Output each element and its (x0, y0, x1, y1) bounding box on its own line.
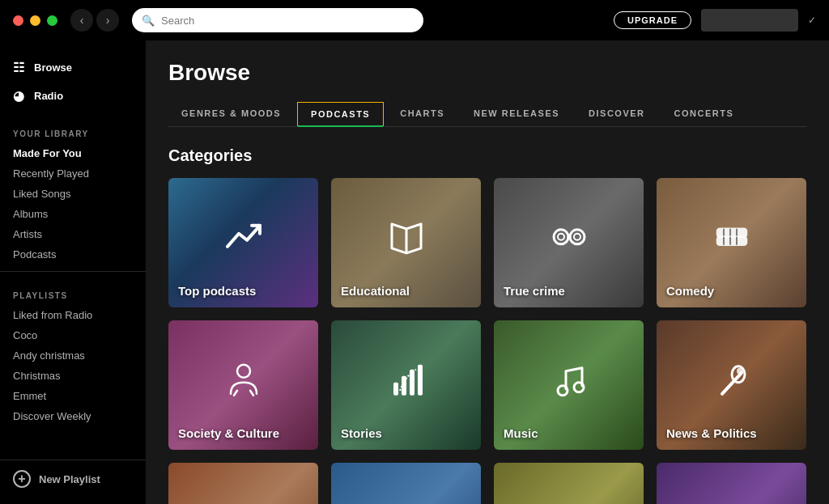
sidebar-item-albums[interactable]: Albums (0, 204, 146, 224)
category-label-news: News & Politics (666, 426, 757, 440)
category-bottom1[interactable] (168, 463, 318, 504)
tab-concerts[interactable]: CONCERTS (661, 102, 747, 126)
sidebar-item-discover-weekly[interactable]: Discover Weekly (0, 406, 146, 426)
tab-discover[interactable]: DISCOVER (576, 102, 657, 126)
stories-icon (387, 360, 426, 399)
category-bottom2[interactable] (331, 463, 481, 504)
title-bar-right: UPGRADE ✓ (614, 9, 816, 32)
category-top-podcasts[interactable]: Top podcasts (168, 178, 318, 307)
category-bottom3[interactable] (494, 463, 644, 504)
app-body: ☷ Browse ◕ Radio YOUR LIBRARY Made For Y… (0, 40, 829, 504)
sidebar-item-recently-played[interactable]: Recently Played (0, 163, 146, 184)
svg-point-4 (574, 234, 580, 240)
svg-rect-20 (418, 365, 423, 396)
svg-line-15 (234, 391, 237, 396)
sidebar: ☷ Browse ◕ Radio YOUR LIBRARY Made For Y… (0, 40, 146, 504)
sidebar-nav: ☷ Browse ◕ Radio (0, 40, 146, 116)
category-music[interactable]: Music (494, 320, 644, 450)
playlists-section-label: PLAYLISTS (0, 278, 146, 305)
category-label-society: Society & Culture (178, 426, 279, 440)
avatar (701, 9, 798, 32)
svg-point-1 (554, 230, 568, 244)
svg-point-14 (237, 365, 250, 378)
category-label-true-crime: True crime (504, 284, 565, 298)
category-stories[interactable]: Stories (331, 320, 481, 450)
sidebar-radio-label: Radio (34, 90, 63, 102)
category-label-comedy: Comedy (666, 284, 714, 298)
svg-rect-17 (393, 383, 398, 396)
sidebar-divider (0, 271, 146, 272)
tab-genres[interactable]: GENRES & MOODS (168, 102, 294, 126)
sidebar-item-coco[interactable]: Coco (0, 325, 146, 345)
radio-icon: ◕ (13, 88, 24, 104)
category-label-stories: Stories (341, 426, 382, 440)
library-section-label: YOUR LIBRARY (0, 116, 146, 143)
main-content: Browse GENRES & MOODS PODCASTS CHARTS NE… (146, 40, 829, 504)
window-controls (13, 15, 57, 26)
category-news[interactable]: News & Politics (657, 320, 806, 450)
maximize-button[interactable] (47, 15, 57, 26)
search-input[interactable] (161, 15, 414, 27)
svg-point-21 (558, 386, 568, 396)
svg-point-2 (570, 230, 585, 244)
handcuffs-icon (550, 218, 589, 256)
plus-icon: + (13, 470, 31, 488)
tab-new-releases[interactable]: NEW RELEASES (461, 102, 572, 126)
forward-button[interactable]: › (96, 9, 119, 32)
sidebar-item-liked-from-radio[interactable]: Liked from Radio (0, 305, 146, 325)
search-icon: 🔍 (142, 15, 155, 27)
bust-icon (224, 360, 263, 399)
minimize-button[interactable] (30, 15, 40, 26)
sidebar-item-podcasts[interactable]: Podcasts (0, 244, 146, 265)
category-label-music: Music (504, 426, 538, 440)
new-playlist-button[interactable]: + New Playlist (0, 460, 146, 498)
sidebar-item-christmas[interactable]: Christmas (0, 366, 146, 386)
categories-title: Categories (168, 146, 806, 165)
browse-icon: ☷ (13, 60, 24, 75)
categories-grid: Top podcasts Educational (168, 178, 806, 504)
page-title: Browse (168, 60, 806, 86)
category-label-top-podcasts: Top podcasts (178, 284, 256, 298)
svg-rect-18 (402, 376, 406, 396)
tabs: GENRES & MOODS PODCASTS CHARTS NEW RELEA… (168, 102, 806, 127)
chevron-down-icon[interactable]: ✓ (808, 15, 816, 26)
tab-podcasts[interactable]: PODCASTS (297, 102, 384, 126)
sidebar-item-liked-songs[interactable]: Liked Songs (0, 184, 146, 204)
back-button[interactable]: ‹ (70, 9, 93, 32)
music-note-icon (550, 360, 589, 399)
svg-point-25 (737, 368, 743, 375)
close-button[interactable] (13, 15, 23, 26)
upgrade-button[interactable]: UPGRADE (614, 11, 691, 29)
sidebar-item-artists[interactable]: Artists (0, 224, 146, 244)
sidebar-item-radio[interactable]: ◕ Radio (0, 82, 146, 110)
tab-charts[interactable]: CHARTS (387, 102, 457, 126)
category-true-crime[interactable]: True crime (494, 178, 644, 307)
svg-line-16 (250, 391, 253, 396)
svg-rect-10 (717, 237, 746, 245)
sidebar-item-made-for-you[interactable]: Made For You (0, 143, 146, 163)
microphone-icon (712, 360, 751, 399)
new-playlist-label: New Playlist (39, 473, 100, 485)
teeth-icon (712, 218, 751, 256)
sidebar-item-emmet[interactable]: Emmet (0, 386, 146, 406)
trend-icon (224, 218, 263, 256)
title-bar: ‹ › 🔍 UPGRADE ✓ (0, 0, 829, 40)
book-icon (387, 218, 426, 256)
category-bottom4[interactable] (657, 463, 806, 504)
sidebar-browse-label: Browse (34, 61, 72, 74)
search-bar[interactable]: 🔍 (132, 8, 423, 32)
svg-point-22 (574, 383, 584, 392)
sidebar-item-andy-christmas[interactable]: Andy christmas (0, 345, 146, 366)
nav-arrows: ‹ › (70, 9, 119, 32)
category-educational[interactable]: Educational (331, 178, 481, 307)
category-society[interactable]: Society & Culture (168, 320, 318, 450)
sidebar-item-browse[interactable]: ☷ Browse (0, 53, 146, 82)
svg-rect-6 (717, 229, 746, 237)
category-label-educational: Educational (341, 284, 410, 298)
svg-point-3 (558, 234, 564, 240)
category-comedy[interactable]: Comedy (657, 178, 806, 307)
